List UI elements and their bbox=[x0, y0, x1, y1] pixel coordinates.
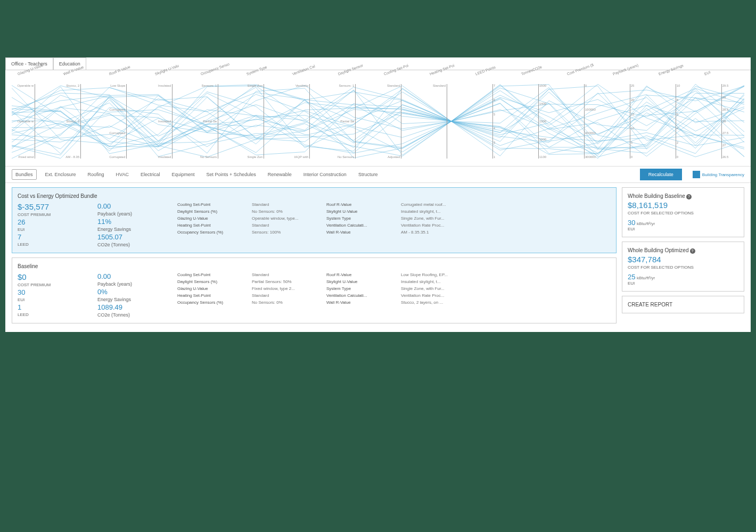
metric-paybackLbl: Payback (years) bbox=[97, 281, 172, 287]
optimized-eui: 25 bbox=[628, 273, 635, 281]
category-tab-renewable[interactable]: Renewable bbox=[265, 170, 295, 179]
axis-ticks: 0100000200000300000 bbox=[585, 84, 596, 159]
axis-line bbox=[309, 84, 310, 159]
metric-eui: 26 bbox=[18, 218, 92, 226]
axis-ticks: 765431 bbox=[494, 84, 495, 159]
category-tab-interior-construction[interactable]: Interior Construction bbox=[300, 170, 350, 179]
axis-ticks: StandardAdjusted bbox=[387, 84, 400, 159]
axis-9[interactable]: Heating Set-PoiStandard bbox=[424, 74, 470, 162]
side-column: Whole Building Baseline? $8,161,519 COST… bbox=[622, 187, 744, 328]
axis-ticks: 1086420 bbox=[677, 84, 680, 159]
optimized-cost: $347,784 bbox=[628, 255, 738, 264]
param-label: Wall R-Value bbox=[326, 300, 396, 305]
param-value: No Sensors: 0% bbox=[252, 209, 321, 214]
bundle-title: Baseline bbox=[18, 263, 611, 269]
param-value: Insulated skylight, t... bbox=[401, 279, 611, 284]
category-tab-structure[interactable]: Structure bbox=[355, 170, 381, 179]
axis-line bbox=[218, 84, 218, 159]
category-tab-equipment[interactable]: Equipment bbox=[168, 170, 198, 179]
baseline-eui: 30 bbox=[628, 219, 635, 227]
metric-savings: 0% bbox=[97, 288, 172, 296]
axis-13[interactable]: Payback (years)2520151050 bbox=[607, 74, 653, 162]
metric-paybackLbl: Payback (years) bbox=[97, 211, 172, 217]
param-value: Low Slope Roofing, EP... bbox=[401, 272, 611, 277]
param-label: Occupancy Sensors (%) bbox=[177, 230, 246, 235]
axis-ticks: Low SlopeCorrugatedCorrugatedCorrugated bbox=[109, 84, 125, 159]
recalculate-button[interactable]: Recalculate bbox=[640, 169, 682, 180]
category-tab-hvac[interactable]: HVAC bbox=[113, 170, 132, 179]
param-label: Skylight U-Value bbox=[326, 209, 396, 214]
axis-ticks: 2520151050 bbox=[631, 84, 635, 159]
category-tab-electrical[interactable]: Electrical bbox=[137, 170, 163, 179]
param-value: No Sensors: 0% bbox=[252, 300, 321, 305]
bundle-card-1[interactable]: Baseline$0COST PREMIUM30EUI1LEED0.00Payb… bbox=[12, 257, 617, 323]
param-value: Sensors: 100% bbox=[252, 230, 321, 235]
category-tabs: BundlesExt. EnclosureRoofingHVACElectric… bbox=[5, 166, 751, 183]
param-label: Occupancy Sensors (%) bbox=[177, 300, 246, 305]
axis-12[interactable]: Cost Premium ($0100000200000300000 bbox=[561, 74, 607, 162]
axis-1[interactable]: Wall R-ValueStucco, 2Stucco, 2AM - 8.35 bbox=[57, 74, 103, 162]
optimized-eui-unit: kBtu/ft²/yr bbox=[637, 276, 655, 280]
metric-leed: 7 bbox=[18, 233, 92, 241]
category-tab-roofing[interactable]: Roofing bbox=[85, 170, 108, 179]
bundle-card-0[interactable]: Cost vs Energy Optimized Bundle$-35,577C… bbox=[12, 187, 617, 253]
metric-cost: $-35,577 bbox=[18, 202, 92, 211]
param-value: Insulated skylight, t... bbox=[401, 209, 611, 214]
param-label: Wall R-Value bbox=[326, 230, 396, 235]
metric-eui: 30 bbox=[18, 288, 92, 296]
axis-10[interactable]: LEED Points765431 bbox=[470, 74, 515, 162]
optimized-eui-label: EUI bbox=[628, 281, 738, 286]
param-label: Heating Set-Point bbox=[177, 293, 246, 298]
parallel-coordinates-chart[interactable]: Glazing U-ValueOperable wOperable wFixed… bbox=[5, 70, 751, 166]
axis-3[interactable]: Skylight U-ValuInsulatedInsulatedInsulat… bbox=[149, 74, 195, 162]
axis-8[interactable]: Cooling Set-PoiStandardAdjusted bbox=[378, 74, 424, 162]
param-label: Heating Set-Point bbox=[177, 223, 246, 228]
axis-line bbox=[35, 84, 35, 159]
bt-label: Building Transparency bbox=[702, 172, 744, 177]
axis-4[interactable]: Occupancy SensoSensors: 1Partial SeNo Se… bbox=[195, 74, 241, 162]
param-value: Standard bbox=[252, 202, 321, 207]
axis-0[interactable]: Glazing U-ValueOperable wOperable wFixed… bbox=[12, 74, 57, 162]
category-tab-ext-enclosure[interactable]: Ext. Enclosure bbox=[42, 170, 79, 179]
metric-co2Lbl: CO2e (Tonnes) bbox=[97, 242, 172, 247]
building-icon bbox=[693, 171, 700, 178]
param-value: Corrugated metal roof... bbox=[401, 202, 611, 207]
category-tab-bundles[interactable]: Bundles bbox=[12, 169, 37, 180]
help-icon[interactable]: ? bbox=[690, 248, 695, 254]
metric-savingsLbl: Energy Savings bbox=[97, 297, 172, 302]
param-label: System Type bbox=[326, 286, 396, 291]
metric-leed: 1 bbox=[18, 303, 92, 311]
optimized-cost-label: COST FOR SELECTED OPTIONS bbox=[628, 265, 738, 270]
baseline-title: Whole Building Baseline bbox=[628, 193, 685, 199]
metric-costLbl: COST PREMIUM bbox=[18, 212, 92, 217]
axis-ticks: Single ZonSingle Zon bbox=[248, 84, 263, 159]
top-tabs: Office - Teachers Education bbox=[5, 57, 751, 70]
baseline-eui-label: EUI bbox=[628, 227, 738, 231]
metric-savings: 11% bbox=[97, 218, 172, 226]
param-value: Single Zone, with Fur... bbox=[401, 216, 611, 221]
axis-14[interactable]: Energy Savings1086420 bbox=[653, 74, 699, 162]
axis-ticks: Operable wOperable wFixed wind bbox=[18, 84, 34, 159]
axis-5[interactable]: System TypeSingle ZonSingle Zon bbox=[241, 74, 286, 162]
param-label: Daylight Sensors (%) bbox=[177, 279, 246, 284]
bundle-title: Cost vs Energy Optimized Bundle bbox=[18, 193, 611, 199]
param-label: Roof R-Value bbox=[326, 202, 396, 207]
metric-savingsLbl: Energy Savings bbox=[97, 227, 172, 232]
axis-15[interactable]: EUI29.52928.52827.52726.5 bbox=[699, 74, 744, 162]
axis-2[interactable]: Roof R-ValueLow SlopeCorrugatedCorrugate… bbox=[103, 74, 149, 162]
param-label: Ventilation Calculati... bbox=[326, 293, 396, 298]
param-value: Ventilation Rate Proc... bbox=[401, 223, 611, 228]
axis-11[interactable]: TonnesCO2e15001400130012001100 bbox=[515, 74, 561, 162]
param-value: Single Zone, with Fur... bbox=[401, 286, 611, 291]
help-icon[interactable]: ? bbox=[686, 194, 692, 200]
axis-ticks: 15001400130012001100 bbox=[539, 84, 546, 159]
axis-line bbox=[401, 84, 401, 159]
metric-leedLbl: LEED bbox=[18, 242, 92, 247]
create-report-card[interactable]: CREATE REPORT bbox=[622, 296, 744, 313]
axis-6[interactable]: Ventilation CalVentilatioIAQP with bbox=[286, 74, 332, 162]
create-report-label: CREATE REPORT bbox=[628, 302, 738, 307]
axis-ticks: 29.52928.52827.52726.5 bbox=[722, 84, 729, 159]
category-tab-set-points-schedules[interactable]: Set Points + Schedules bbox=[203, 170, 259, 179]
axis-7[interactable]: Daylight SensorSensors: 1Partial SeNo Se… bbox=[332, 74, 378, 162]
building-transparency-logo[interactable]: Building Transparency bbox=[693, 171, 744, 178]
